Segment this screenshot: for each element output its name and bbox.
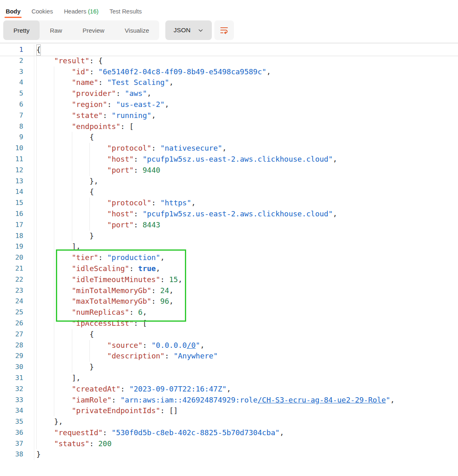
line-number: 4: [0, 77, 34, 88]
code-line: 25"numReplicas": 6,: [0, 307, 458, 318]
line-number: 34: [0, 405, 34, 416]
line-number: 12: [0, 165, 34, 176]
line-number: 37: [0, 438, 34, 449]
indent-guide: [89, 209, 107, 220]
indent-guide: [36, 67, 54, 78]
tab-cookies[interactable]: Cookies: [31, 8, 53, 15]
code-line-content: "id": "6e5140f2-04c8-4f09-8b49-e5498ca95…: [34, 67, 271, 78]
indent-guide: [36, 143, 54, 154]
wrap-lines-button[interactable]: [214, 20, 234, 40]
indent-guide: [72, 176, 89, 187]
indent-guide: [36, 187, 54, 198]
tab-headers-label: Headers: [64, 8, 87, 15]
indent-guide: [54, 132, 71, 143]
code-line: 30}: [0, 362, 458, 373]
code-line-content: "name": "Test Scaling",: [34, 77, 173, 88]
code-line: 27{: [0, 329, 458, 340]
code-line: 9{: [0, 132, 458, 143]
view-mode-preview[interactable]: Preview: [72, 20, 114, 40]
code-lines: 1{2"result": {3"id": "6e5140f2-04c8-4f09…: [0, 44, 458, 460]
indent-guide: [36, 220, 54, 231]
line-number: 27: [0, 329, 34, 340]
tab-headers[interactable]: Headers (16): [64, 8, 99, 15]
code-line-content: "source": "0.0.0.0/0",: [34, 340, 205, 351]
code-line-content: }: [34, 231, 94, 242]
indent-guide: [54, 231, 71, 242]
text-wrap-icon: [220, 26, 229, 35]
code-line: 21"idleScaling": true,: [0, 263, 458, 274]
line-number: 36: [0, 427, 34, 438]
line-number: 21: [0, 263, 34, 274]
code-line-content: }: [34, 449, 41, 460]
code-line-content: "maxTotalMemoryGb": 96,: [34, 296, 173, 307]
view-mode-visualize[interactable]: Visualize: [115, 20, 160, 40]
indent-guide: [36, 77, 54, 88]
indent-guide: [54, 198, 71, 209]
code-line-content: "port": 8443: [34, 220, 160, 231]
body-view-toolbar: Pretty Raw Preview Visualize JSON: [3, 20, 458, 40]
indent-guide: [54, 110, 71, 121]
line-number: 9: [0, 132, 34, 143]
code-line: 7"state": "running",: [0, 110, 458, 121]
indent-guide: [54, 252, 71, 263]
code-line: 33"iamRole": "arn:aws:iam::426924874929:…: [0, 395, 458, 406]
indent-guide: [36, 384, 54, 395]
indent-guide: [36, 405, 54, 416]
code-line-content: "host": "pcufp1w5sz.us-east-2.aws.clickh…: [34, 154, 337, 165]
indent-guide: [72, 231, 89, 242]
line-number: 18: [0, 231, 34, 242]
format-dropdown[interactable]: JSON: [165, 20, 211, 40]
line-number: 26: [0, 318, 34, 329]
code-line-content: "privateEndpointIds": []: [34, 405, 178, 416]
indent-guide: [36, 329, 54, 340]
indent-guide: [89, 340, 107, 351]
view-mode-pretty[interactable]: Pretty: [3, 20, 40, 40]
code-line-content: "ipAccessList": [: [34, 318, 147, 329]
code-line-content: ],: [34, 373, 80, 384]
code-line: 22"idleTimeoutMinutes": 15,: [0, 274, 458, 285]
code-line-content: "iamRole": "arn:aws:iam::426924874929:ro…: [34, 395, 395, 406]
indent-guide: [54, 77, 71, 88]
indent-guide: [72, 187, 89, 198]
indent-guide: [54, 67, 71, 78]
code-line-content: "protocol": "https",: [34, 198, 196, 209]
indent-guide: [36, 88, 54, 99]
code-line: 1{: [0, 44, 458, 56]
code-line-content: "idleTimeoutMinutes": 15,: [34, 274, 182, 285]
code-line: 31],: [0, 373, 458, 384]
line-number: 38: [0, 449, 34, 460]
code-line-content: "tier": "production",: [34, 252, 165, 263]
indent-guide: [72, 362, 89, 373]
indent-guide: [36, 110, 54, 121]
code-line-content: "host": "pcufp1w5sz.us-east-2.aws.clickh…: [34, 209, 337, 220]
indent-guide: [54, 220, 71, 231]
indent-guide: [36, 274, 54, 285]
indent-guide: [36, 263, 54, 274]
line-number: 20: [0, 252, 34, 263]
indent-guide: [36, 132, 54, 143]
line-number: 10: [0, 143, 34, 154]
indent-guide: [36, 209, 54, 220]
code-line-content: "idleScaling": true,: [34, 263, 160, 274]
indent-guide: [36, 56, 54, 67]
code-line: 24"maxTotalMemoryGb": 96,: [0, 296, 458, 307]
tab-body[interactable]: Body: [6, 8, 20, 15]
indent-guide: [54, 329, 71, 340]
indent-guide: [72, 198, 89, 209]
tab-test-results[interactable]: Test Results: [109, 8, 142, 15]
line-number: 7: [0, 110, 34, 121]
code-line-content: "numReplicas": 6,: [34, 307, 147, 318]
view-mode-raw[interactable]: Raw: [40, 20, 72, 40]
indent-guide: [72, 132, 89, 143]
code-line: 34"privateEndpointIds": []: [0, 405, 458, 416]
code-line: 5"provider": "aws",: [0, 88, 458, 99]
indent-guide: [72, 165, 89, 176]
response-body-editor: 1{2"result": {3"id": "6e5140f2-04c8-4f09…: [0, 42, 458, 460]
indent-guide: [89, 143, 107, 154]
indent-guide: [36, 296, 54, 307]
indent-guide: [36, 154, 54, 165]
code-line-content: "region": "us-east-2",: [34, 99, 169, 110]
indent-guide: [36, 99, 54, 110]
line-number: 1: [0, 44, 34, 56]
code-line: 38}: [0, 449, 458, 460]
